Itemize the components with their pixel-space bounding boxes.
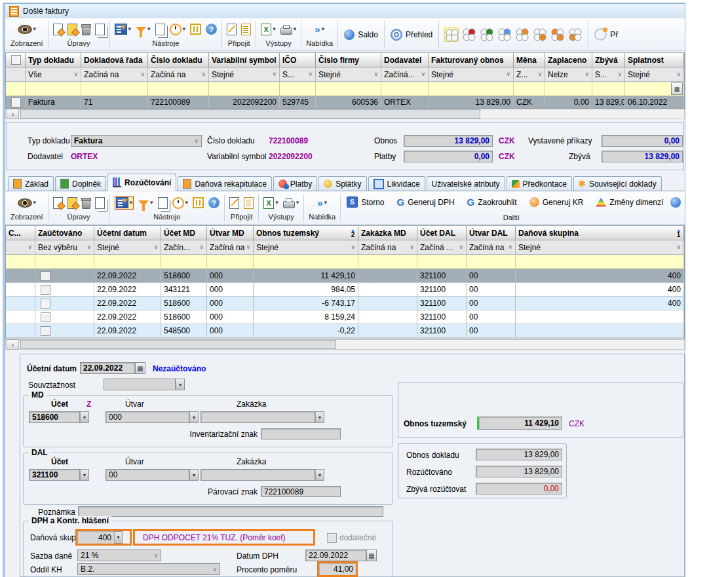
- copy-record-button[interactable]: [95, 24, 105, 35]
- filter-input[interactable]: [94, 255, 161, 269]
- attach-list-button[interactable]: [241, 24, 251, 35]
- menu-button[interactable]: »▾: [317, 198, 327, 208]
- dal-zakazka-spin-button[interactable]: ▾: [315, 469, 324, 481]
- filter-input[interactable]: [209, 82, 280, 96]
- souvztaznost-spin-button[interactable]: ▾: [176, 379, 185, 390]
- duplicate-button[interactable]: [158, 197, 168, 209]
- tab-doplnek[interactable]: Doplněk: [55, 176, 106, 191]
- storno-button[interactable]: SStorno: [341, 196, 389, 208]
- md-utvar-field[interactable]: 000: [105, 411, 189, 423]
- filter-input[interactable]: [81, 82, 148, 96]
- md-ucet-spin-button[interactable]: ▾: [80, 411, 89, 423]
- view-button[interactable]: ▾: [18, 25, 37, 34]
- menu-button[interactable]: »▾: [315, 24, 324, 34]
- column-header[interactable]: Číslo firmy: [316, 53, 381, 67]
- copy-record-button[interactable]: [95, 197, 105, 209]
- filter-input[interactable]: [35, 255, 94, 269]
- sazba-dane-combo[interactable]: 21 %∨: [77, 549, 161, 561]
- clover-orange4-button[interactable]: [568, 28, 583, 42]
- help-button[interactable]: ?: [206, 24, 217, 35]
- filter-input[interactable]: [467, 255, 516, 269]
- filter-input[interactable]: [545, 82, 592, 96]
- prehled-button[interactable]: Přehled: [385, 20, 438, 49]
- column-header[interactable]: Číslo dokladu: [148, 53, 209, 67]
- column-header[interactable]: Účet MD: [161, 226, 207, 240]
- column-header[interactable]: Variabilní symbol: [209, 53, 280, 67]
- poznamka-field[interactable]: [78, 506, 383, 517]
- filter-button[interactable]: ▾: [138, 199, 153, 206]
- filter-input[interactable]: [254, 255, 358, 269]
- filter-input[interactable]: [316, 82, 381, 96]
- print-button[interactable]: ▾: [280, 24, 297, 35]
- new-record-button[interactable]: [53, 197, 63, 209]
- filter-combo[interactable]: Začíná na∨: [467, 240, 516, 255]
- column-header[interactable]: Splatnost: [625, 53, 684, 67]
- history-button[interactable]: ▾: [170, 24, 186, 35]
- filter-combo[interactable]: Stejné∨: [94, 240, 161, 255]
- row-checkbox[interactable]: [11, 98, 21, 107]
- excel-export-button[interactable]: X▾: [263, 197, 278, 209]
- column-header[interactable]: Účet DAL: [417, 226, 467, 240]
- column-header[interactable]: Zaplaceno: [545, 53, 592, 67]
- scroll-left-button[interactable]: ‹: [7, 339, 19, 350]
- filter-combo[interactable]: Začíná na∨: [207, 240, 254, 255]
- filter-combo[interactable]: Začíná na∨: [358, 240, 417, 255]
- titlebar[interactable]: Došlé faktury: [5, 4, 685, 19]
- clover-orange2-button[interactable]: [533, 28, 547, 42]
- filter-combo[interactable]: Stejné∨: [254, 240, 358, 255]
- dodatecne-checkbox[interactable]: [327, 533, 337, 543]
- danova-skupina-spin-button[interactable]: ▾: [114, 531, 123, 544]
- invoice-row[interactable]: Faktura 71 722100089 2022092200 529745 6…: [6, 96, 684, 108]
- filter-input[interactable]: [358, 255, 417, 269]
- settings-button[interactable]: [193, 197, 204, 208]
- sort-button-active[interactable]: ▾: [115, 196, 134, 210]
- filter-combo[interactable]: Stejné∨: [625, 67, 684, 82]
- row-select-cell[interactable]: [6, 96, 26, 108]
- edit-record-button[interactable]: [67, 24, 77, 35]
- attach-note-button[interactable]: [229, 197, 239, 209]
- scroll-left-button[interactable]: ‹: [7, 109, 19, 119]
- generuj-dph-button[interactable]: GGeneruj DPH: [392, 197, 460, 207]
- rozuctovani-row[interactable]: 22.09.2022 518600 000 11 429,10 321100 0…: [6, 269, 684, 283]
- edit-record-button[interactable]: [67, 197, 77, 209]
- column-header[interactable]: IČO: [280, 53, 316, 67]
- filter-input[interactable]: [6, 82, 26, 96]
- column-header[interactable]: Účetní datum: [94, 226, 161, 240]
- filter-combo[interactable]: Stejné∨: [316, 67, 381, 82]
- delete-record-button[interactable]: [82, 24, 90, 35]
- column-header[interactable]: Fakturovaný obnos: [429, 53, 514, 67]
- column-header[interactable]: Útvar DAL: [467, 226, 516, 240]
- filter-input[interactable]: [148, 82, 209, 96]
- md-zakazka-field[interactable]: [201, 411, 315, 423]
- row-checkbox[interactable]: [41, 271, 50, 281]
- tab-zaklad[interactable]: Základ: [8, 176, 54, 191]
- clover-red-button[interactable]: [462, 28, 476, 42]
- history-button[interactable]: ▾: [172, 197, 189, 209]
- dal-ucet-field[interactable]: 321100: [29, 469, 80, 481]
- prepocet-button[interactable]: Př: [589, 20, 623, 49]
- cut-off-button[interactable]: [670, 197, 681, 208]
- dal-zakazka-field[interactable]: [201, 469, 315, 481]
- column-header-sorted[interactable]: Daňová skupina ▲1: [516, 226, 684, 240]
- column-header[interactable]: Zaúčtováno: [35, 226, 94, 240]
- clover-orange3-button[interactable]: [550, 28, 565, 42]
- column-header[interactable]: Typ dokladu: [26, 53, 81, 67]
- print-button[interactable]: ▾: [283, 197, 299, 208]
- filter-input[interactable]: [516, 255, 684, 269]
- excel-export-button[interactable]: X▾: [261, 24, 276, 35]
- inventarizacni-znak-field[interactable]: [261, 428, 341, 439]
- tab-splatky[interactable]: Splátky: [318, 176, 366, 191]
- select-all-header[interactable]: [6, 53, 26, 67]
- row-checkbox[interactable]: [41, 312, 50, 322]
- grid-button-icon[interactable]: ▦: [671, 83, 683, 95]
- tab-uzivatelske-atributy[interactable]: Uživatelské atributy: [427, 176, 505, 191]
- attach-note-button[interactable]: [227, 24, 237, 35]
- md-utvar-spin-button[interactable]: ▾: [189, 411, 199, 423]
- md-zakazka-spin-button[interactable]: ▾: [315, 411, 324, 423]
- filter-button[interactable]: ▾: [136, 26, 151, 33]
- tab-danova-rekapitulace[interactable]: Daňová rekapitulace: [178, 176, 271, 191]
- oddil-kh-combo[interactable]: B.2.∨: [77, 563, 220, 575]
- filter-combo[interactable]: Nelze∨: [545, 67, 592, 82]
- calendar-button[interactable]: ▦: [366, 549, 377, 561]
- filter-combo[interactable]: S...∨: [592, 67, 625, 82]
